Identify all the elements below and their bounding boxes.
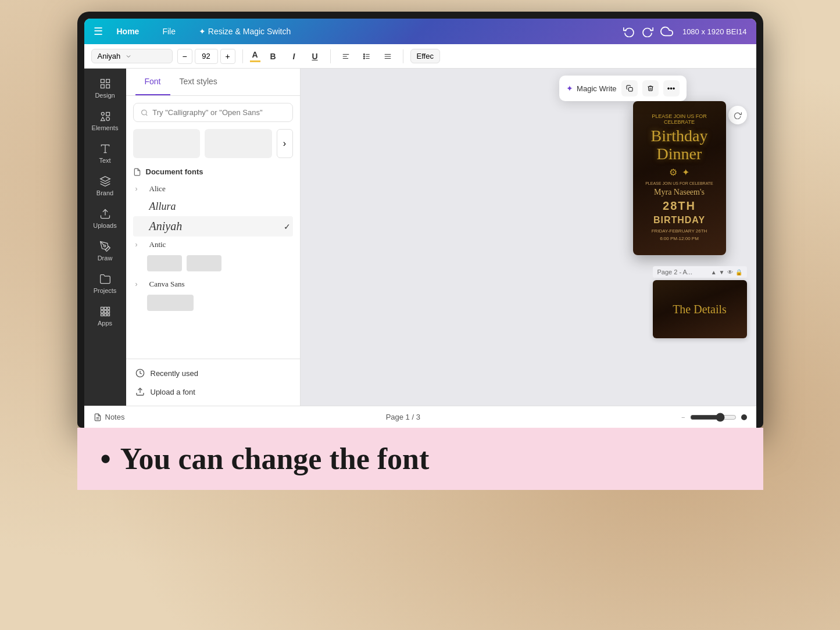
nav-resize-magic[interactable]: ✦ Resize & Magic Switch — [194, 24, 295, 38]
font-item-antic-left: › Antic — [135, 240, 166, 249]
menu-icon[interactable]: ☰ — [94, 25, 103, 38]
text-color-button[interactable]: A — [250, 50, 260, 62]
sidebar-item-apps[interactable]: Apps — [87, 301, 124, 331]
font-item-allura[interactable]: Allura — [133, 197, 293, 216]
refresh-button[interactable] — [728, 106, 747, 124]
font-search[interactable] — [133, 103, 293, 122]
bullet-list-button[interactable] — [359, 48, 375, 65]
sidebar-item-brand[interactable]: Brand — [87, 171, 124, 201]
sidebar-label-draw: Draw — [98, 255, 113, 262]
expand-alice-icon: › — [135, 185, 145, 193]
canvas-card-page1[interactable]: PLEASE JOIN US FOR CELEBRATE BirthdayDin… — [633, 101, 726, 255]
svg-rect-24 — [108, 307, 109, 310]
sidebar-label-text: Text — [99, 157, 110, 164]
topbar-actions — [623, 25, 673, 38]
zoom-min-icon: − — [681, 414, 685, 421]
copy-button[interactable] — [621, 80, 638, 96]
canva-sans-sub-items — [147, 295, 279, 311]
font-name-aniyah: Aniyah — [149, 220, 183, 233]
sidebar-item-projects[interactable]: Projects — [87, 269, 124, 299]
sidebar-label-apps: Apps — [98, 320, 112, 327]
sidebar-item-design[interactable]: Design — [87, 73, 124, 103]
italic-button[interactable]: I — [286, 48, 302, 65]
recently-used-label: Recently used — [151, 369, 198, 378]
notes-button[interactable]: Notes — [94, 413, 125, 421]
font-item-canva-sans[interactable]: › Canva Sans — [133, 276, 293, 292]
recently-used-item[interactable]: Recently used — [133, 364, 293, 382]
trash-icon — [647, 85, 654, 92]
font-item-canva-sans-left: › Canva Sans — [135, 280, 185, 289]
toolbar-divider-3 — [403, 49, 403, 63]
font-size-decrease[interactable]: − — [177, 49, 192, 64]
antic-variant-1 — [147, 255, 182, 271]
page2-lock-button[interactable]: 🔒 — [735, 269, 742, 275]
delete-button[interactable] — [642, 80, 659, 96]
sidebar-item-elements[interactable]: Elements — [87, 106, 124, 136]
page2-thumbnail[interactable]: The Details — [653, 280, 747, 338]
document-fonts-label: Document fonts — [146, 167, 203, 176]
cloud-save-icon[interactable] — [660, 25, 673, 38]
tab-font[interactable]: Font — [135, 69, 170, 95]
undo-icon[interactable] — [623, 26, 635, 37]
effects-button[interactable]: Effec — [410, 49, 440, 63]
svg-rect-35 — [628, 88, 632, 92]
canva-sans-variant — [147, 295, 194, 311]
more-options-button[interactable]: ••• — [663, 80, 680, 96]
svg-rect-22 — [101, 307, 103, 310]
svg-point-8 — [363, 58, 364, 59]
nav-home[interactable]: Home — [112, 24, 144, 38]
page2-up-button[interactable]: ▲ — [711, 269, 717, 275]
topbar: ☰ Home File ✦ Resize & Magic Switch — [84, 19, 756, 44]
svg-rect-28 — [101, 314, 103, 316]
sidebar-label-elements: Elements — [92, 124, 119, 131]
font-size-input[interactable] — [195, 49, 218, 64]
search-icon — [141, 109, 148, 117]
line-spacing-button[interactable] — [380, 48, 396, 65]
font-item-aniyah[interactable]: Aniyah ✓ — [133, 216, 293, 237]
sidebar-item-text[interactable]: Text — [87, 138, 124, 169]
notes-icon — [94, 413, 102, 421]
toolbar: Aniyah − + A B I — [84, 44, 756, 69]
zoom-slider[interactable] — [690, 413, 737, 422]
svg-rect-12 — [101, 80, 104, 83]
magic-write-label: Magic Write — [577, 84, 616, 93]
magic-write-button[interactable]: ✦ Magic Write — [566, 84, 616, 93]
font-name-canva-sans: Canva Sans — [149, 280, 185, 289]
sidebar-item-uploads[interactable]: Uploads — [87, 203, 124, 234]
redo-icon[interactable] — [642, 26, 653, 37]
card-birthday-label: BIRTHDAY — [653, 215, 705, 225]
svg-point-17 — [106, 117, 109, 121]
bold-button[interactable]: B — [265, 48, 281, 65]
svg-rect-30 — [108, 314, 109, 316]
align-left-button[interactable] — [338, 48, 354, 65]
canvas-size-label: 1080 x 1920 BEI14 — [682, 27, 747, 36]
font-item-antic[interactable]: › Antic — [133, 237, 293, 253]
font-item-alice[interactable]: › Alice — [133, 181, 293, 197]
font-selected-checkmark: ✓ — [284, 222, 291, 231]
svg-rect-29 — [104, 314, 106, 316]
sidebar-item-draw[interactable]: Draw — [87, 236, 124, 266]
font-size-increase[interactable]: + — [220, 49, 235, 64]
svg-point-7 — [363, 56, 364, 57]
page2-eye-button[interactable]: 👁 — [727, 269, 733, 275]
underline-button[interactable]: U — [307, 48, 323, 65]
upload-font-item[interactable]: Upload a font — [133, 382, 293, 401]
font-more-button[interactable]: › — [277, 129, 293, 158]
chevron-down-icon — [125, 53, 132, 60]
canvas-area[interactable]: ✦ Magic Write — [301, 69, 756, 406]
font-search-input[interactable] — [152, 108, 285, 117]
font-panel: Font Text styles — [126, 69, 301, 406]
svg-rect-27 — [108, 310, 109, 313]
svg-rect-14 — [101, 85, 104, 88]
svg-point-16 — [101, 112, 104, 115]
refresh-icon — [734, 111, 742, 119]
antic-sub-items — [147, 255, 279, 271]
svg-point-31 — [141, 110, 146, 115]
laptop-screen: ☰ Home File ✦ Resize & Magic Switch — [84, 19, 756, 428]
page2-down-button[interactable]: ▼ — [719, 269, 725, 275]
tab-text-styles[interactable]: Text styles — [170, 69, 227, 95]
nav-file[interactable]: File — [158, 24, 180, 38]
font-preview-box-2 — [205, 129, 272, 158]
font-name-antic: Antic — [149, 240, 166, 249]
font-selector-dropdown[interactable]: Aniyah — [91, 49, 173, 63]
